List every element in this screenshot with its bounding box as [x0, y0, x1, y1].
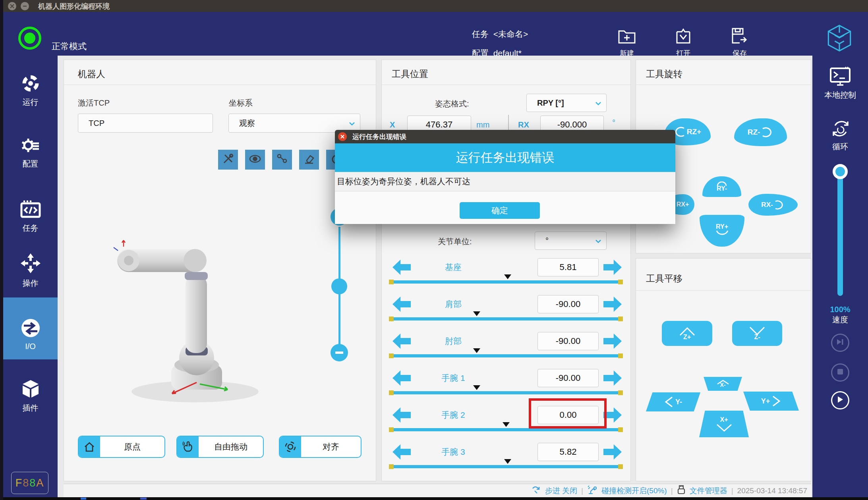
joint-slider[interactable] [390, 390, 622, 395]
joint-increase-button[interactable] [603, 296, 622, 312]
slider-marker[interactable] [504, 459, 511, 464]
step-status[interactable]: 步进 关闭 [545, 486, 577, 496]
stop-button[interactable] [831, 363, 849, 382]
sidebar-item-operate[interactable]: 操作 [3, 253, 58, 289]
y-plus-button[interactable]: Y+ [743, 392, 799, 411]
rx-minus-button[interactable]: RX- [748, 194, 798, 216]
slider-marker[interactable] [503, 422, 510, 427]
joint-slider[interactable] [390, 280, 622, 284]
joint-unit-label: 关节单位: [438, 236, 472, 247]
zoom-out-button[interactable] [331, 344, 348, 361]
file-manager-icon [677, 485, 686, 496]
slider-track[interactable] [390, 317, 622, 320]
eraser-button[interactable] [299, 150, 319, 170]
slider-end [618, 464, 623, 469]
slider-track[interactable] [390, 428, 622, 431]
tcp-input[interactable]: TCP [78, 114, 213, 133]
joint-increase-button[interactable] [603, 444, 622, 460]
path-link-button[interactable] [272, 150, 292, 170]
sidebar-item-run[interactable]: 运行 [3, 74, 58, 108]
ry-plus-button[interactable]: RY+ [700, 215, 744, 247]
z-plus-button[interactable]: Z+ [662, 321, 712, 346]
rz-minus-button[interactable]: RZ- [734, 118, 787, 146]
joint-label[interactable]: 肩部 [425, 299, 481, 310]
free-drag-button[interactable]: 自由拖动 [176, 436, 264, 458]
slider-track[interactable] [390, 391, 622, 394]
slider-marker[interactable] [504, 274, 511, 279]
step-forward-button[interactable] [831, 334, 849, 352]
dialog-close-icon[interactable] [338, 132, 347, 141]
joint-increase-button[interactable] [603, 370, 622, 386]
open-button[interactable]: 打开 [665, 27, 701, 58]
z-minus-button[interactable]: Z- [732, 321, 782, 346]
rx-minus-label: RX- [761, 201, 773, 209]
dialog-ok-button[interactable]: 确定 [460, 202, 540, 219]
local-control-button[interactable] [829, 67, 851, 87]
panel-title: 机器人 [78, 68, 105, 80]
joint-label[interactable]: 手腕 3 [425, 446, 481, 458]
joint-value-input[interactable]: 0.00 [537, 406, 599, 424]
joint-slider[interactable] [390, 353, 622, 358]
slider-marker[interactable] [473, 348, 480, 353]
tools-wrench-button[interactable] [218, 150, 238, 170]
joint-slider[interactable] [390, 464, 622, 469]
speed-slider-knob[interactable] [833, 164, 848, 179]
x-plus-button[interactable]: X+ [698, 411, 750, 437]
joint-label[interactable]: 手腕 2 [425, 409, 481, 421]
pose-format-dropdown[interactable]: RPY [°] [526, 94, 607, 112]
slider-end [389, 427, 394, 432]
minimize-icon[interactable] [21, 2, 29, 10]
close-icon[interactable] [8, 2, 16, 10]
joint-value-input[interactable]: 5.82 [537, 443, 599, 461]
joint-decrease-button[interactable] [392, 333, 411, 349]
joint-decrease-button[interactable] [392, 259, 411, 275]
slider-track[interactable] [390, 465, 622, 468]
joint-label[interactable]: 手腕 1 [425, 373, 481, 384]
joint-value-input[interactable]: -90.00 [537, 295, 599, 313]
sidebar-item-label: 插件 [3, 403, 58, 413]
joint-decrease-button[interactable] [392, 444, 411, 460]
ry-minus-button[interactable]: RY- [702, 176, 741, 197]
file-manager-link[interactable]: 文件管理器 [690, 486, 727, 496]
joint-value-input[interactable]: 5.81 [537, 258, 599, 276]
play-button[interactable] [831, 391, 849, 409]
collision-status[interactable]: 碰撞检测开启(50%) [601, 486, 667, 496]
joint-decrease-button[interactable] [392, 296, 411, 312]
sidebar-item-task[interactable]: 任务 [3, 200, 58, 234]
tool-translate-panel: 工具平移 Z+ Z- X- Y- Y+ X+ [636, 258, 811, 481]
joint-decrease-button[interactable] [392, 407, 411, 423]
y-minus-button[interactable]: Y- [646, 392, 700, 411]
sidebar-item-label: 任务 [3, 223, 58, 234]
rx-plus-label: RX+ [677, 201, 689, 208]
new-button[interactable]: 新建 [609, 27, 645, 58]
joint-label[interactable]: 肘部 [425, 336, 481, 347]
home-button[interactable]: 原点 [78, 436, 165, 458]
joint-unit-dropdown[interactable]: ° [535, 232, 607, 250]
sidebar-item-plugin[interactable]: 插件 [3, 379, 58, 413]
joint-label[interactable]: 基座 [425, 262, 481, 273]
chevron-down-icon [595, 98, 601, 108]
slider-track[interactable] [390, 280, 622, 284]
joint-increase-button[interactable] [603, 333, 622, 349]
eye-button[interactable] [245, 150, 265, 170]
joint-increase-button[interactable] [603, 407, 622, 423]
slider-marker[interactable] [473, 385, 480, 390]
joint-increase-button[interactable] [603, 259, 622, 275]
joint-slider[interactable] [390, 427, 622, 432]
joint-value-input[interactable]: -90.00 [537, 332, 599, 350]
joint-decrease-button[interactable] [392, 370, 411, 386]
slider-track[interactable] [390, 354, 622, 357]
zoom-slider-knob[interactable] [331, 278, 347, 294]
slider-marker[interactable] [473, 311, 480, 316]
align-button[interactable]: 对齐 [279, 436, 362, 458]
save-button[interactable]: 保存 [722, 27, 758, 58]
x-minus-button[interactable]: X- [702, 377, 743, 391]
joint-slider[interactable] [390, 317, 622, 321]
sidebar-item-io[interactable]: I/O [3, 318, 58, 351]
sidebar-item-config[interactable]: 配置 [3, 135, 58, 169]
loop-button[interactable] [830, 118, 851, 141]
speed-slider-track[interactable] [837, 173, 843, 296]
joint-value-input[interactable]: -90.00 [537, 369, 599, 387]
task-value: <未命名> [493, 29, 528, 39]
robot-3d-view[interactable] [112, 239, 271, 407]
